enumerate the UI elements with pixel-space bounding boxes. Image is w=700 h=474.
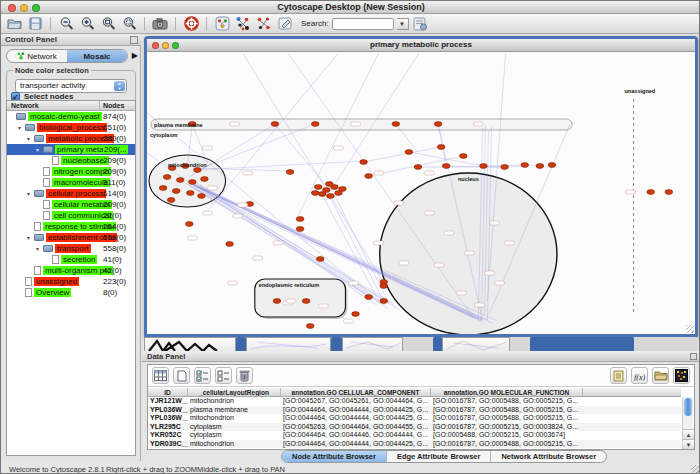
window-sliver[interactable] — [634, 337, 698, 351]
tree-row[interactable]: ▾primary metabo209(... — [7, 144, 135, 155]
delete-attribute-button[interactable] — [236, 367, 253, 384]
notes-button[interactable] — [610, 367, 627, 384]
scroll-up-button[interactable]: ▲ — [683, 429, 694, 439]
tree-row[interactable]: response to stimulu264(0) — [7, 221, 135, 232]
attribute-table-button[interactable] — [152, 367, 169, 384]
tree-row[interactable]: mosaic-demo-yeast874(0) — [7, 111, 135, 122]
window-sliver[interactable] — [433, 337, 442, 351]
network-node[interactable] — [271, 122, 279, 127]
table-row[interactable]: YPL036W__2plasma membrane[GO:0044464, GO… — [148, 406, 681, 415]
tree-row[interactable]: secretion41(0) — [7, 254, 135, 265]
network-node[interactable] — [459, 154, 467, 159]
scroll-down-button[interactable]: ▼ — [683, 439, 694, 449]
network-node[interactable] — [172, 189, 180, 194]
network-node[interactable] — [296, 217, 304, 222]
window-sliver[interactable] — [331, 337, 342, 351]
network-window-titlebar[interactable]: primary metabolic process — [147, 39, 695, 52]
table-row[interactable]: YJR121W__1mitochondrion[GO:0045267, GO:0… — [148, 397, 681, 406]
table-row[interactable]: YPL036W__1mitochondrion[GO:0044464, GO:0… — [148, 414, 681, 423]
network-node[interactable] — [352, 312, 360, 317]
annotations-button[interactable] — [276, 15, 294, 32]
network-canvas[interactable]: plasma membrane cytoplasm mitochondrion … — [147, 53, 695, 334]
network-node[interactable] — [306, 324, 314, 329]
tree-row[interactable]: nucleobase-209(0) — [7, 155, 135, 166]
tree-row[interactable]: unassigned223(0) — [7, 276, 135, 287]
filters-button[interactable] — [255, 15, 273, 32]
node-color-dropdown[interactable]: transporter activity ▲▼ — [15, 79, 127, 93]
window-resize-grip[interactable] — [691, 465, 700, 474]
tree-row[interactable]: ▾establishment of lo558(0) — [7, 232, 135, 243]
network-node[interactable] — [194, 168, 202, 173]
window-sliver[interactable] — [342, 337, 403, 351]
float-panel-icon[interactable] — [130, 36, 138, 44]
column-nodes[interactable]: Nodes — [103, 102, 124, 109]
tree-row[interactable]: ▾metabolic process280(0) — [7, 133, 135, 144]
network-node[interactable] — [365, 174, 373, 179]
table-row[interactable]: YKR052Ccytoplasm[GO:0044464, GO:0044446,… — [148, 431, 681, 440]
network-node[interactable] — [311, 122, 319, 127]
expander-icon[interactable]: ▾ — [36, 146, 43, 153]
snapshot-button[interactable] — [151, 15, 169, 32]
network-node[interactable] — [548, 163, 556, 168]
zoom-fit-button[interactable] — [99, 15, 117, 32]
column-network[interactable]: Network — [11, 102, 39, 109]
zoom-out-button[interactable] — [57, 15, 75, 32]
help-button[interactable] — [182, 15, 200, 32]
select-attributes-button[interactable] — [194, 367, 211, 384]
tab-mosaic[interactable]: Mosaic — [67, 50, 127, 62]
window-sliver[interactable] — [403, 337, 433, 351]
window-sliver[interactable] — [530, 337, 634, 351]
network-node[interactable] — [314, 185, 322, 190]
network-node[interactable] — [521, 163, 529, 168]
search-dropdown-button[interactable]: ▼ — [397, 18, 409, 30]
matrix-button[interactable] — [673, 367, 690, 384]
column-header-molecular-function[interactable]: annotation.GO MOLECULAR_FUNCTION — [431, 388, 583, 396]
window-sliver[interactable] — [442, 337, 510, 351]
expander-icon[interactable]: ▾ — [18, 124, 25, 131]
scrollbar-thumb[interactable] — [684, 398, 692, 416]
network-node[interactable] — [442, 164, 450, 169]
network-node[interactable] — [327, 194, 335, 199]
column-header-cellular-component[interactable]: annotation.GO CELLULAR_COMPONENT — [281, 388, 431, 396]
network-node[interactable] — [665, 190, 673, 195]
table-scrollbar[interactable]: ▲ ▼ — [682, 397, 693, 449]
zoom-in-button[interactable] — [78, 15, 96, 32]
network-node[interactable] — [360, 160, 368, 165]
tree-row[interactable]: cell communicat22(0) — [7, 210, 135, 221]
tree-header[interactable]: Network Nodes — [7, 101, 135, 111]
tab-node-attribute-browser[interactable]: Node Attribute Browser — [282, 451, 387, 462]
network-node[interactable] — [480, 164, 488, 169]
tree-row[interactable]: ▾biological_process651(0) — [7, 122, 135, 133]
network-node[interactable] — [380, 284, 388, 289]
titlebar[interactable]: Cytoscape Desktop (New Session) — [1, 1, 700, 14]
float-panel-icon[interactable] — [690, 353, 697, 360]
tree-row[interactable]: nitrogen compo209(0) — [7, 166, 135, 177]
window-sliver[interactable] — [236, 337, 246, 351]
expander-icon[interactable]: ▾ — [27, 135, 34, 142]
network-node[interactable] — [159, 186, 167, 191]
network-node[interactable] — [339, 187, 347, 192]
vizmapper-button[interactable] — [234, 15, 252, 32]
canvas-resize-grip[interactable] — [686, 325, 694, 333]
tab-edge-attribute-browser[interactable]: Edge Attribute Browser — [387, 451, 491, 462]
tree-row[interactable]: cellular metabol209(0) — [7, 199, 135, 210]
network-node[interactable] — [414, 165, 422, 170]
plugins-button[interactable] — [213, 15, 231, 32]
network-node[interactable] — [302, 299, 310, 304]
import-attributes-button[interactable] — [652, 367, 669, 384]
window-sliver[interactable] — [246, 337, 331, 351]
table-row[interactable]: YDR039C__1mitochondrion[GO:0044464, GO:0… — [148, 440, 681, 449]
tab-overflow-arrow[interactable]: ▶ — [132, 51, 138, 60]
open-file-button[interactable] — [5, 15, 23, 32]
zoom-selected-button[interactable] — [120, 15, 138, 32]
network-node[interactable] — [434, 122, 442, 127]
network-node[interactable] — [501, 165, 509, 170]
network-node[interactable] — [186, 191, 194, 196]
network-node[interactable] — [286, 170, 294, 175]
tree-row[interactable]: Overview8(0) — [7, 287, 135, 298]
network-node[interactable] — [167, 198, 175, 203]
network-node[interactable] — [163, 175, 171, 180]
network-node[interactable] — [318, 192, 326, 197]
network-node[interactable] — [201, 177, 209, 182]
network-node[interactable] — [311, 191, 319, 196]
